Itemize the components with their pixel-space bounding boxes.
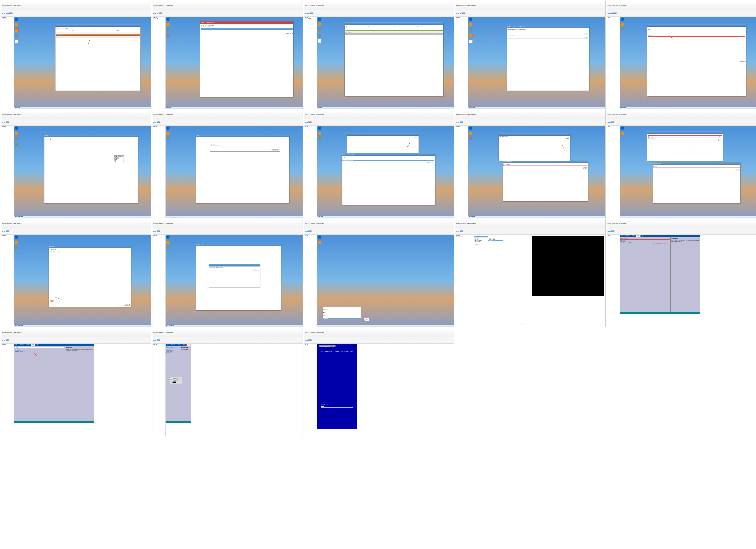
ok-button[interactable]: 确定 [252,269,255,271]
sidebar: 我的计算机 Windows XP Profess 共享虚拟机 [1,17,14,109]
screenshot-14: Windows XP Professional - VMware Worksta… [455,219,605,327]
vm-info: ▸ 虚拟机详细信息状态：已关机硬件兼容性：Workstation [520,323,529,325]
titlebar: Windows XP Professional - VMware Worksta… [1,1,151,10]
choose-button[interactable]: 选择 [566,137,569,139]
submenu[interactable]: 关机(U) 重新启动(R) [363,318,369,321]
dialog-title: 分区高级设置 - 无选定或高级的默认分区 [200,21,293,24]
ok-button[interactable]: 确定 [272,149,275,151]
screenshot-11: Windows XP Professional - VMware Worksta… [1,219,151,327]
cancel-button[interactable]: 取消 [285,33,289,34]
exit-tab[interactable]: Exit [186,344,191,346]
choose-button[interactable]: 选择 [736,169,740,171]
browse-button[interactable]: 选择 [585,33,588,35]
xp-setup-screen: Windows XP Professional 安装程序 安装程序正在将文件复制… [317,344,357,429]
install-button[interactable]: 安装 [124,304,130,305]
screenshot-18: Windows XP Professional - VMware Worksta… [304,328,454,436]
screenshot-06: Windows XP Professional - VMware Worksta… [1,110,151,218]
no-button[interactable]: No [176,382,180,383]
screenshot-13: Windows XP Professional - VMware Worksta… [304,219,454,327]
bios-screen: Main Advanced Security Boot Exit +Remova… [620,235,700,314]
screenshot-03: Windows XP Professional - VMware Worksta… [304,1,454,109]
exit-saving[interactable]: Exit Saving Changes [166,347,180,348]
bios-entry-item[interactable]: 启动时进入BIOS(B) [488,240,503,241]
confirm-dialog: Setup Confirmation Save configuration ch… [170,377,182,383]
screenshot-07: Windows XP Professional - VMware Worksta… [153,110,303,218]
esp-partition[interactable]: ESP(系统) 未读分区 [56,34,140,36]
screenshot-04: Windows XP Professional - VMware Worksta… [455,1,605,109]
choose-button[interactable]: 选择 [583,167,587,169]
start-menu[interactable]: 程序(P) 文档(D) 设置(S) 搜索(C) 帮助和支持(H) 运行(R) 注… [323,307,361,319]
sysprep-message: 这台电脑必须重启，重新 SysPrep 来封装 [209,267,259,268]
annotation: 系统镜像的U盘 [739,61,746,62]
annotation: 把硬盘的启动顺序调到第一位 [653,242,667,244]
taskbar-item[interactable]: 分区工具 [15,107,20,108]
screenshot-02: Windows XP Professional - VMware Worksta… [153,1,303,109]
highlighted-icon[interactable] [469,34,473,37]
browse-button[interactable]: 选择 [414,136,418,138]
ok-button[interactable]: 确定 [289,33,293,34]
choose-button[interactable]: 选择 [718,139,722,141]
vm-screen: 分区工具 磁盘分区备份恢复保存更改 分区容量已用文件系统 (C:)60.0GB3… [14,17,151,109]
setup-message: 安装程序正在将文件复制到 Windows 安装文件夹，请稍候，这可能要花几分钟时… [320,351,354,352]
screenshot-10: Windows XP Professional - VMware Worksta… [607,110,756,218]
screenshot-05: Windows XP Professional - VMware Worksta… [607,1,756,109]
back-button[interactable]: 返回 [50,300,54,302]
screenshot-17: Windows XP Professional - VMware Worksta… [153,328,303,436]
boot-tab[interactable]: Boot [636,235,640,237]
screenshot-01: Windows XP Professional - VMware Worksta… [1,1,151,109]
screenshot-12: Windows XP Professional - VMware Worksta… [153,219,303,327]
screenshot-08: Windows XP Professional - VMware Worksta… [304,110,454,218]
screenshot-15: Windows XP Professional - VMware Worksta… [607,219,756,327]
toolbar: Windows XP Professional [1,10,151,17]
setup-title: Windows XP Professional 安装程序 [319,345,335,347]
restart-item[interactable]: 重新启动(R) [364,320,368,321]
hard-drive-first[interactable]: +Hard Drive [15,347,64,348]
path-input[interactable] [508,33,584,35]
screenshot-09: Windows XP Professional - VMware Worksta… [455,110,605,218]
open-button[interactable]: 打开(O) [426,162,430,163]
vm-context-menu[interactable]: 电源(P) 可移动设备(D) 暂停(U) 发送 Ctrl+Alt+Del(E) … [474,236,488,245]
power-submenu[interactable]: 关闭客户机(D) 挂起客户机(N) 重新启动客户机(E) 启动时进入BIOS(B… [488,236,503,241]
highlighted-icon[interactable] [15,28,19,32]
context-menu[interactable]: 用记事本打开(Open with) 查看方式(V) 排序方式(O) 刷新(E) … [114,155,124,163]
screenshot-16: Windows XP Professional - VMware Worksta… [1,328,151,436]
progress-label: 安装程序正在复制文件... 8% [321,404,353,406]
yes-button[interactable]: Yes [173,382,176,383]
window-title: 分区工具 [55,24,140,27]
hard-drive-item[interactable]: +Hard Drive [620,239,670,241]
